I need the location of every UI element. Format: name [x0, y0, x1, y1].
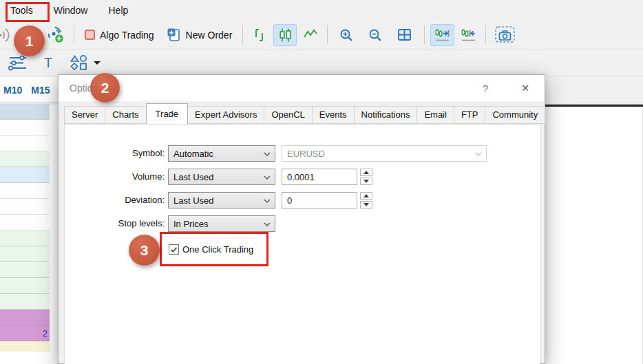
stop-levels-label: Stop levels:	[65, 215, 165, 232]
ohlc-bars-button[interactable]	[249, 24, 271, 46]
toolbar-separator	[74, 25, 74, 44]
market-row	[0, 310, 50, 325]
timeframe-m10-button[interactable]: M10	[3, 85, 22, 96]
market-watch-rows: 2	[0, 104, 50, 352]
zoom-out-icon	[368, 28, 383, 43]
market-row	[0, 231, 50, 246]
deviation-mode-dropdown[interactable]: Last Used	[168, 192, 275, 208]
market-row	[0, 246, 50, 262]
line-studies-toolbar: T	[0, 50, 643, 76]
dialog-titlebar[interactable]: Options ? ✕	[59, 75, 545, 101]
tab-trade[interactable]: Trade	[146, 103, 188, 124]
tab-opencl[interactable]: OpenCL	[264, 106, 312, 124]
spin-up-button[interactable]	[360, 169, 372, 176]
annotation-step-1: 1	[14, 25, 45, 56]
market-row	[0, 294, 50, 310]
spin-up-button[interactable]	[360, 192, 372, 200]
new-order-label: New Order	[186, 30, 233, 41]
candlesticks-icon	[277, 27, 293, 43]
lines-tool-icon	[8, 54, 28, 72]
broadcast-add-button[interactable]	[44, 24, 68, 46]
tab-charts[interactable]: Charts	[105, 106, 146, 124]
algo-trading-icon	[85, 30, 95, 40]
toolbar-separator	[242, 25, 243, 44]
tab-ftp[interactable]: FTP	[454, 106, 486, 124]
toolbar-separator	[485, 25, 486, 44]
tab-email[interactable]: Email	[417, 106, 454, 124]
dialog-help-button[interactable]: ?	[473, 83, 498, 94]
symbol-value-dropdown[interactable]: EURUSD	[282, 145, 487, 162]
deviation-input[interactable]: 0	[282, 192, 357, 208]
timeframe-bar: M10 M15	[0, 77, 58, 103]
annotation-step-2: 2	[90, 73, 120, 103]
broadcast-add-icon	[47, 25, 65, 44]
tab-notifications[interactable]: Notifications	[354, 106, 418, 124]
deviation-spinner	[360, 192, 372, 208]
tile-windows-button[interactable]	[394, 24, 416, 46]
zoom-in-button[interactable]	[336, 24, 357, 46]
symbol-value: EURUSD	[287, 149, 325, 159]
stop-levels-dropdown[interactable]: In Prices	[168, 215, 275, 232]
algo-trading-label: Algo Trading	[100, 30, 154, 41]
market-row	[0, 199, 50, 215]
volume-mode-value: Last Used	[173, 172, 214, 182]
spin-down-button[interactable]	[360, 178, 372, 185]
menu-item-window[interactable]: Window	[53, 5, 98, 16]
market-row	[0, 136, 50, 151]
market-row	[0, 262, 50, 278]
line-chart-button[interactable]	[299, 24, 322, 46]
zoom-in-icon	[339, 28, 354, 43]
chart-shift-button[interactable]	[457, 24, 480, 46]
tab-events[interactable]: Events	[312, 106, 355, 124]
text-tool-button[interactable]: T	[38, 52, 59, 74]
volume-label: Volume:	[65, 169, 165, 185]
shapes-tool-button[interactable]	[67, 52, 103, 74]
options-dialog: Options ? ✕ Server Charts Trade Expert A…	[58, 74, 545, 364]
volume-input[interactable]: 0.0001	[282, 169, 357, 185]
dialog-close-button[interactable]: ✕	[513, 83, 538, 94]
standard-toolbar: Algo Trading New Order	[0, 21, 643, 50]
line-chart-icon	[302, 27, 319, 43]
tile-windows-icon	[397, 27, 413, 43]
candlesticks-button[interactable]	[273, 24, 297, 46]
annotation-step-3: 3	[129, 235, 160, 266]
deviation-label: Deviation:	[65, 192, 165, 208]
menu-item-help[interactable]: Help	[107, 5, 138, 16]
market-row	[0, 167, 50, 183]
market-row	[0, 104, 50, 120]
new-order-icon	[167, 28, 181, 42]
annotation-box-one-click	[160, 232, 268, 266]
zoom-out-button[interactable]	[365, 24, 386, 46]
auto-scroll-button[interactable]	[430, 24, 454, 46]
tab-server[interactable]: Server	[64, 106, 105, 124]
market-row-value: 2	[43, 328, 48, 339]
ohlc-bars-icon	[251, 27, 268, 43]
new-order-button[interactable]: New Order	[162, 24, 238, 46]
dialog-tab-strip: Server Charts Trade Expert Advisors Open…	[64, 106, 545, 124]
signal-waves-icon	[0, 26, 10, 44]
volume-mode-dropdown[interactable]: Last Used	[168, 169, 275, 185]
volume-spinner	[360, 169, 372, 185]
symbol-mode-dropdown[interactable]: Automatic	[168, 145, 275, 162]
market-row	[0, 183, 50, 199]
market-row	[0, 341, 50, 352]
screenshot-camera-button[interactable]	[492, 24, 518, 46]
auto-scroll-icon	[434, 27, 451, 43]
toolbar-separator	[424, 25, 425, 44]
screenshot-camera-icon	[494, 25, 516, 44]
chart-shift-icon	[460, 27, 477, 43]
text-tool-icon: T	[43, 56, 54, 69]
tab-community[interactable]: Community	[485, 106, 545, 124]
annotation-box-tools	[6, 2, 50, 22]
symbol-label: Symbol:	[65, 145, 165, 162]
tab-expert-advisors[interactable]: Expert Advisors	[187, 106, 264, 124]
shapes-tool-icon	[70, 54, 88, 71]
symbol-mode-value: Automatic	[173, 149, 213, 159]
chevron-down-icon[interactable]	[94, 61, 101, 65]
spin-down-button[interactable]	[360, 201, 372, 208]
timeframe-m15-button[interactable]: M15	[31, 85, 50, 96]
menu-bar: Tools Window Help	[0, 0, 643, 21]
market-row	[0, 215, 50, 231]
market-row: 2	[0, 325, 50, 341]
algo-trading-button[interactable]: Algo Trading	[80, 24, 159, 46]
